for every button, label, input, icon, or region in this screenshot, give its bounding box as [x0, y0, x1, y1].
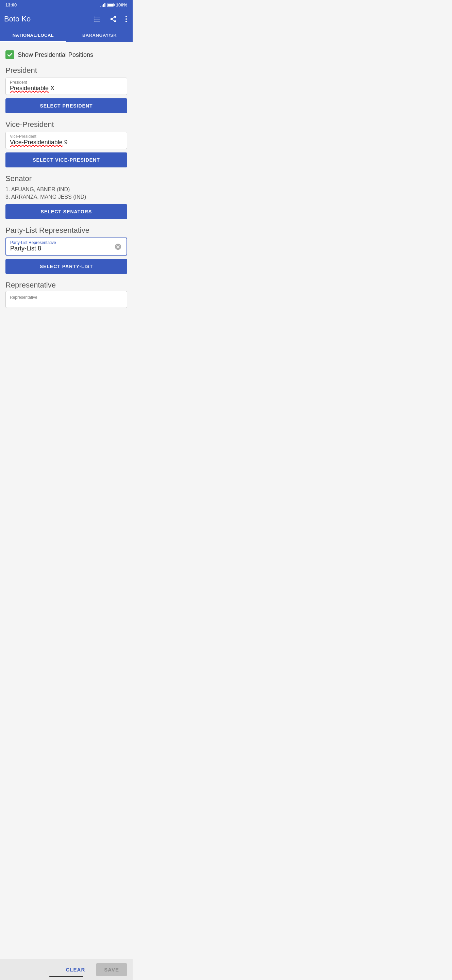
clear-circle-icon — [114, 243, 122, 250]
more-icon-button[interactable] — [124, 14, 128, 24]
vice-president-field-value: Vice-Presidentiable 9 — [10, 139, 123, 146]
president-field: President Presidentiable X — [5, 78, 127, 95]
representative-field-label: Representative — [10, 295, 37, 300]
vice-presidentiable-text: Vice-Presidentiable — [10, 139, 63, 146]
status-icons: 100% — [100, 2, 127, 8]
svg-rect-0 — [94, 17, 100, 18]
select-vice-president-button[interactable]: SELECT VICE-PRESIDENT — [5, 153, 127, 167]
president-field-label: President — [10, 80, 27, 85]
select-senators-button[interactable]: SELECT SENATORS — [5, 204, 127, 219]
checkmark-icon — [7, 52, 13, 58]
representative-field: Representative — [5, 291, 127, 308]
president-title: President — [5, 66, 127, 75]
tab-national-local[interactable]: NATIONAL/LOCAL — [0, 29, 66, 42]
list-icon-button[interactable] — [92, 14, 103, 24]
party-list-field-label: Party-List Representative — [10, 240, 56, 245]
vice-president-section: Vice-President Vice-President Vice-Presi… — [5, 120, 127, 167]
svg-rect-1 — [94, 19, 100, 19]
tab-barangay-sk[interactable]: BARANGAY/SK — [66, 29, 133, 42]
app-bar-actions — [92, 14, 128, 24]
svg-point-5 — [94, 21, 95, 21]
party-list-field-value: Party-List 8 — [10, 245, 122, 252]
vice-president-field-label: Vice-President — [10, 134, 36, 139]
app-bar: Boto Ko — [0, 10, 133, 29]
list-item: 3. ARRANZA, MANG JESS (IND) — [5, 193, 127, 201]
app-title: Boto Ko — [4, 14, 31, 24]
battery-percent: 100% — [116, 2, 127, 8]
list-item: 1. AFUANG, ABNER (IND) — [5, 186, 127, 193]
vice-president-title: Vice-President — [5, 120, 127, 129]
party-list-clear-button[interactable] — [113, 242, 123, 252]
president-section: President President Presidentiable X SEL… — [5, 66, 127, 113]
status-bar: 13:00 100% — [0, 0, 133, 10]
svg-point-8 — [114, 21, 116, 22]
svg-point-12 — [125, 18, 127, 20]
svg-point-7 — [111, 18, 113, 20]
share-icon — [109, 15, 117, 23]
party-list-title: Party-List Representative — [5, 226, 127, 235]
svg-point-6 — [114, 16, 116, 18]
show-presidential-checkbox[interactable] — [5, 50, 14, 59]
signal-icon — [100, 2, 105, 7]
vice-president-field: Vice-President Vice-Presidentiable 9 — [5, 132, 127, 149]
show-presidential-row[interactable]: Show Presidential Positions — [5, 50, 127, 59]
svg-point-4 — [94, 19, 95, 19]
status-time: 13:00 — [5, 2, 17, 8]
svg-rect-2 — [94, 21, 100, 21]
more-icon — [125, 15, 127, 23]
president-field-value: Presidentiable X — [10, 85, 123, 92]
select-president-button[interactable]: SELECT PRESIDENT — [5, 98, 127, 113]
senator-list: 1. AFUANG, ABNER (IND) 3. ARRANZA, MANG … — [5, 186, 127, 201]
list-icon — [93, 15, 102, 23]
representative-section: Representative Representative — [5, 281, 127, 308]
party-list-section: Party-List Representative Party-List Rep… — [5, 226, 127, 274]
battery-icon — [107, 3, 114, 7]
tabs-bar: NATIONAL/LOCAL BARANGAY/SK — [0, 29, 133, 42]
presidentiable-text: Presidentiable — [10, 85, 49, 92]
show-presidential-label: Show Presidential Positions — [18, 51, 93, 59]
svg-line-10 — [112, 18, 114, 19]
svg-point-11 — [125, 16, 127, 18]
representative-title: Representative — [5, 281, 127, 290]
svg-point-3 — [94, 17, 95, 18]
senator-title: Senator — [5, 174, 127, 183]
select-party-list-button[interactable]: SELECT PARTY-LIST — [5, 259, 127, 274]
senator-section: Senator 1. AFUANG, ABNER (IND) 3. ARRANZ… — [5, 174, 127, 219]
share-icon-button[interactable] — [108, 14, 118, 24]
svg-line-9 — [112, 19, 114, 21]
svg-point-13 — [125, 21, 127, 22]
party-list-field: Party-List Representative Party-List 8 — [5, 237, 127, 256]
main-content: Show Presidential Positions President Pr… — [0, 42, 133, 342]
